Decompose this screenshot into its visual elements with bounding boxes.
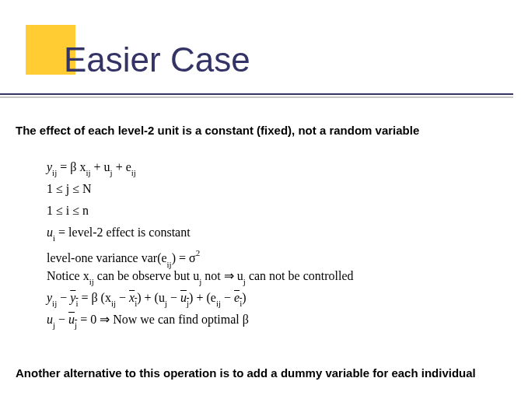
bar: yi (70, 291, 78, 304)
txt: − (116, 291, 129, 304)
txt: + u (91, 160, 110, 173)
sub: j (199, 277, 201, 286)
sub: ij (86, 168, 90, 177)
sub: i (135, 299, 137, 308)
bar: ei (234, 291, 242, 304)
slide-container: Easier Case The effect of each level-2 u… (0, 0, 521, 420)
title-underline-grey (0, 96, 513, 98)
txt: Notice x (47, 269, 89, 282)
bar: xi (129, 291, 137, 304)
equation-3: level-one variance var(eij) = σ2 (47, 243, 354, 265)
txt: u (47, 226, 53, 239)
sub: ij (89, 277, 94, 286)
equation-4: Notice xij can be observe but uj not ⇒ u… (47, 265, 354, 287)
math-block: yij = β xij + uj + eij 1 ≤ j ≤ N 1 ≤ i ≤… (47, 156, 354, 331)
txt: u (180, 291, 187, 304)
txt: − (57, 291, 70, 304)
equation-1: yij = β xij + uj + eij (47, 156, 354, 178)
txt: − (55, 313, 68, 326)
sub: j (187, 299, 189, 308)
range-1: 1 ≤ j ≤ N (47, 178, 354, 200)
txt: u (68, 313, 75, 326)
txt: can not be controlled (246, 269, 354, 282)
txt: + e (113, 160, 131, 173)
txt: − (221, 291, 234, 304)
intro-text: The effect of each level-2 unit is a con… (16, 124, 419, 137)
txt: u (47, 313, 53, 326)
equation-6: uj − uj = 0 ⇒ Now we can find optimal β (47, 309, 354, 331)
sub: i (75, 299, 78, 308)
sup: 2 (196, 248, 201, 257)
txt: = 0 ⇒ Now we can find optimal β (77, 313, 249, 326)
sub: ij (52, 299, 57, 308)
sub: i (240, 299, 242, 308)
outro-text: Another alternative to this operation is… (16, 366, 498, 381)
range-2: 1 ≤ i ≤ n (47, 200, 354, 222)
txt: = β x (57, 160, 86, 173)
sub: j (110, 168, 113, 177)
sub: ij (52, 168, 57, 177)
bar: uj (68, 313, 77, 326)
sub: ij (111, 299, 116, 308)
txt: − (167, 291, 180, 304)
sub: ij (131, 168, 136, 177)
txt: not ⇒ u (201, 269, 243, 282)
sub: ij (216, 299, 221, 308)
txt: ) (242, 291, 246, 304)
sub: i (53, 233, 55, 243)
txt: ) + (e (189, 291, 216, 304)
txt: level-one variance var(e (47, 251, 167, 264)
equation-5: yij − yi = β (xij − xi) + (uj − uj) + (e… (47, 287, 354, 309)
sub: j (53, 320, 55, 330)
sub: j (75, 320, 77, 330)
sub: j (165, 299, 167, 308)
slide-title: Easier Case (64, 40, 250, 79)
bar: uj (180, 291, 189, 304)
txt: = level-2 effect is constant (55, 226, 191, 239)
title-underline-dark (0, 93, 513, 95)
txt: can be observe but u (94, 269, 200, 282)
equation-2: ui = level-2 effect is constant (47, 222, 354, 243)
sub: j (243, 277, 246, 286)
txt: = β (x (78, 291, 111, 304)
txt: ) + (u (137, 291, 165, 304)
sub: ij (167, 260, 172, 269)
txt: ) = σ (172, 251, 196, 264)
